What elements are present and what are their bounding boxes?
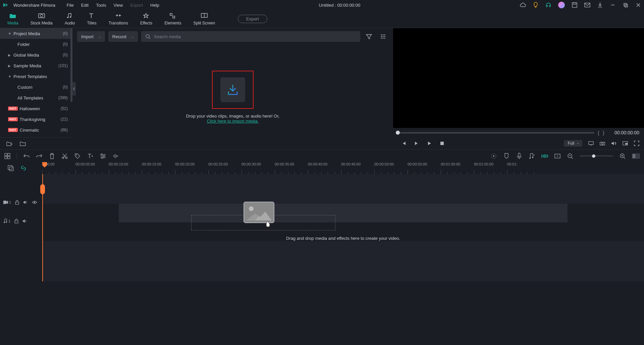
quality-dropdown[interactable]: Full — [564, 140, 582, 147]
tab-media[interactable]: Media — [1, 11, 24, 27]
sidebar-collapse-handle[interactable] — [72, 82, 76, 95]
sidebar-item-preset-templates[interactable]: ▼Preset Templates — [0, 71, 72, 82]
sidebar-item-folder[interactable]: Folder(0) — [0, 39, 72, 50]
tag-icon[interactable] — [74, 153, 81, 159]
lightbulb-icon[interactable] — [533, 2, 539, 8]
sidebar-item-halloween[interactable]: HOTHalloween(52) — [0, 103, 72, 114]
redo-icon[interactable] — [36, 153, 43, 159]
playhead-grip[interactable] — [40, 184, 45, 194]
music-icon — [66, 13, 73, 19]
tab-split-screen[interactable]: Split Screen — [187, 11, 221, 27]
display-icon[interactable] — [588, 141, 594, 146]
menu-file[interactable]: File — [67, 3, 74, 8]
layout-icon[interactable] — [4, 153, 11, 159]
download-icon[interactable] — [597, 2, 603, 8]
sidebar-item-custom[interactable]: Custom(0) — [0, 82, 72, 92]
marker-icon[interactable] — [503, 153, 510, 159]
new-folder-icon[interactable] — [6, 140, 13, 147]
menu-edit[interactable]: Edit — [81, 3, 89, 8]
scrub-track[interactable] — [398, 132, 594, 134]
sidebar-item-cinematic[interactable]: HOTCinematic(66) — [0, 125, 72, 135]
scrub-thumb[interactable] — [396, 131, 400, 135]
zoom-out-icon[interactable] — [567, 153, 574, 159]
track-headers: 1 1 — [0, 174, 42, 281]
volume-icon[interactable] — [611, 141, 616, 146]
audio-edit-icon[interactable] — [112, 153, 119, 159]
svg-point-46 — [102, 157, 103, 158]
crop-icon[interactable] — [554, 153, 561, 159]
video-track-header[interactable]: 1 — [0, 193, 42, 212]
add-text-icon[interactable] — [87, 153, 94, 159]
undo-icon[interactable] — [23, 153, 30, 159]
zoom-in-icon[interactable] — [619, 153, 626, 159]
pip-icon[interactable] — [623, 141, 628, 146]
export-button[interactable]: Export — [238, 15, 267, 23]
sidebar-item-sample-media[interactable]: ▶Sample Media(101) — [0, 60, 72, 71]
mute-icon[interactable] — [23, 200, 28, 204]
import-drop-box[interactable] — [212, 71, 254, 109]
grid-view-icon[interactable] — [378, 31, 388, 42]
link-icon[interactable] — [20, 165, 27, 171]
lock-icon[interactable] — [15, 200, 19, 205]
menu-view[interactable]: View — [113, 3, 123, 8]
audio-mixer-icon[interactable] — [529, 153, 535, 159]
play-icon[interactable] — [427, 141, 432, 146]
mark-in-icon[interactable]: { — [598, 130, 599, 136]
timeline-ruler[interactable]: 0:00:0000:00:05:0000:00:10:0000:00:15:00… — [42, 162, 644, 174]
prev-frame-icon[interactable] — [401, 141, 407, 146]
zoom-slider[interactable] — [580, 155, 613, 156]
sidebar-item-thanksgiving[interactable]: HOTThanksgiving(22) — [0, 114, 72, 125]
open-folder-icon[interactable] — [19, 140, 26, 147]
preview-time: 00:00:00:00 — [614, 130, 639, 135]
track-manager-icon[interactable] — [7, 165, 14, 171]
headset-icon[interactable] — [545, 2, 551, 8]
save-icon[interactable] — [572, 2, 578, 8]
media-drop-area[interactable]: Drop your video clips, images, or audio … — [72, 45, 393, 149]
cut-icon[interactable] — [61, 153, 68, 159]
tracks-canvas[interactable]: Drag and drop media and effects here to … — [42, 174, 644, 281]
tab-elements[interactable]: Elements — [158, 11, 187, 27]
next-frame-icon[interactable] — [414, 141, 419, 146]
timeline-drop-zone[interactable] — [119, 204, 568, 222]
lock-icon[interactable] — [14, 219, 18, 223]
menu-help[interactable]: Help — [150, 3, 159, 8]
sidebar-item-global-media[interactable]: ▶Global Media(0) — [0, 50, 72, 60]
auto-ripple-icon[interactable] — [541, 153, 548, 159]
tab-audio[interactable]: Audio — [59, 11, 81, 27]
search-input[interactable] — [154, 34, 356, 39]
import-link[interactable]: Click here to import media. — [207, 119, 259, 124]
cloud-icon[interactable] — [520, 2, 526, 8]
audio-track-header[interactable]: 1 — [0, 212, 42, 230]
filter-icon[interactable] — [364, 31, 374, 42]
fullscreen-icon[interactable] — [634, 141, 639, 146]
ruler-label: 00:00:20:00 — [175, 162, 195, 166]
svg-point-9 — [40, 14, 43, 17]
maximize-icon[interactable] — [623, 2, 629, 8]
zoom-thumb[interactable] — [592, 154, 595, 158]
sidebar-count: (52) — [61, 106, 68, 111]
delete-icon[interactable] — [49, 153, 55, 159]
close-icon[interactable] — [635, 2, 641, 8]
zoom-fit-icon[interactable] — [632, 153, 640, 159]
render-icon[interactable] — [490, 153, 497, 159]
tab-titles[interactable]: Titles — [81, 11, 102, 27]
visible-icon[interactable] — [32, 201, 37, 204]
mail-icon[interactable] — [584, 2, 590, 8]
tab-effects[interactable]: Effects — [134, 11, 158, 27]
menu-tools[interactable]: Tools — [96, 3, 106, 8]
sidebar-item-all-templates[interactable]: All Templates(399) — [0, 92, 72, 103]
mute-icon[interactable] — [22, 219, 27, 223]
mark-out-icon[interactable]: } — [603, 130, 604, 136]
stop-icon[interactable] — [439, 141, 445, 146]
sidebar-item-project-media[interactable]: ▼Project Media(0) — [0, 28, 72, 39]
import-dropdown[interactable]: Import⌄ — [77, 31, 105, 42]
snapshot-icon[interactable] — [600, 141, 605, 146]
adjust-icon[interactable] — [100, 153, 106, 159]
tab-transitions[interactable]: Transitions — [103, 11, 134, 27]
user-avatar[interactable] — [558, 2, 565, 8]
search-media-box[interactable] — [141, 31, 360, 42]
minimize-icon[interactable] — [610, 2, 616, 8]
record-dropdown[interactable]: Record⌄ — [108, 31, 138, 42]
tab-stock-media[interactable]: Stock Media — [24, 11, 59, 27]
voiceover-icon[interactable] — [516, 153, 523, 159]
